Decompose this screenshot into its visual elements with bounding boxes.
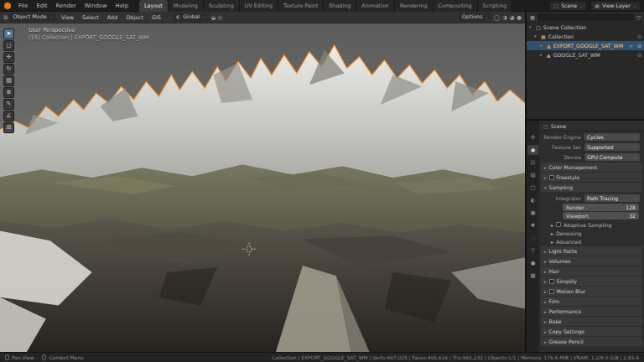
material-properties-tab-icon[interactable]: ● [527,258,538,268]
transform-tool-icon[interactable]: ⊕ [3,87,14,98]
blender-logo-icon[interactable] [4,3,11,9]
workspace-tab-shading[interactable]: Shading [324,0,356,12]
scene-selector[interactable]: ▢ Scene ⌄ [549,1,587,11]
move-tool-icon[interactable]: ✛ [3,52,14,63]
menu-edit[interactable]: Edit [32,0,51,12]
shading-material-icon[interactable]: ◕ [510,14,515,21]
section-performance[interactable]: ▸ Performance [541,307,642,316]
menu-file[interactable]: File [14,0,32,12]
section-label: Bake [549,318,562,324]
disclosure-triangle-icon[interactable]: ▾ [529,23,533,31]
outliner-row-scene-collection[interactable]: ▾ ▢ Scene Collection [527,23,644,32]
world-properties-tab-icon[interactable]: ◐ [527,195,538,205]
viewport-canvas[interactable]: User Perspective (15) Collection | EXPOR… [0,23,525,352]
adaptive-sampling-checkbox[interactable] [556,222,561,227]
menu-render[interactable]: Render [52,0,80,12]
subsection-advanced[interactable]: ▸ Advanced [539,237,644,246]
section-simplify[interactable]: ▸ Simplify [541,277,642,286]
disclosure-triangle-icon[interactable]: ▸ [540,42,544,49]
tool-properties-tab-icon[interactable]: ⚙ [527,132,538,142]
editor-type-icon[interactable]: ⊞ [3,14,8,21]
viewport-menu-gis[interactable]: GIS [148,12,164,23]
outliner-row-export-google-sat-wm[interactable]: ▸ ▲ EXPORT_GOOGLE_SAT_WM ∞ ⊙ [527,41,644,50]
section-motion-blur[interactable]: ▸ Motion Blur [541,287,642,296]
snap-magnet-icon[interactable]: ◒ [211,14,216,21]
viewport-menu-add[interactable]: Add [104,12,121,23]
scene-properties-tab-icon[interactable]: ▢ [527,183,538,193]
object-name-label: GOOGLE_SAT_WM [553,51,600,59]
view-layer-selector[interactable]: ▦ View Layer ⌄ [590,1,641,11]
viewport-menu-select[interactable]: Select [79,12,102,23]
section-sampling[interactable]: ▾ Sampling [541,183,642,192]
hide-in-viewport-eye-icon[interactable]: ⊙ [637,33,641,40]
samples-viewport-field[interactable]: Viewport 32 [563,212,639,220]
viewport-menu-object[interactable]: Object [122,12,147,23]
section-hair[interactable]: ▸ Hair [541,266,642,276]
shading-solid-icon[interactable]: ◑ [502,14,507,21]
cursor-tool-icon[interactable]: ◻ [3,40,14,51]
samples-render-field[interactable]: Render 128 [563,204,639,211]
feature-set-dropdown[interactable]: Supported ⌄ [584,143,640,151]
menu-help[interactable]: Help [112,0,133,12]
section-freestyle[interactable]: ▸ Freestyle [541,173,642,182]
rotate-tool-icon[interactable]: ↻ [3,64,14,75]
hide-in-viewport-eye-icon[interactable]: ⊙ [637,51,641,59]
menu-window[interactable]: Window [80,0,112,12]
workspace-tab-sculpting[interactable]: Sculpting [204,0,240,12]
section-film[interactable]: ▸ Film [541,297,642,306]
physics-properties-tab-icon[interactable]: ◌ [527,233,538,243]
workspace-tab-scripting[interactable]: Scripting [478,0,512,12]
modifier-properties-tab-icon[interactable]: ✱ [527,220,538,230]
section-light-paths[interactable]: ▸ Light Paths [541,246,642,256]
simplify-checkbox[interactable] [549,279,554,284]
feature-set-label: Feature Set [543,144,581,150]
texture-properties-tab-icon[interactable]: ▦ [527,271,538,281]
mode-dropdown[interactable]: Object Mode ⌄ [9,13,55,22]
transform-orientation-dropdown[interactable]: ◐ Global ⌄ [173,13,210,22]
shading-rendered-icon[interactable]: ● [517,14,522,21]
link-icon[interactable]: ∞ [629,42,633,49]
device-dropdown[interactable]: GPU Compute ⌄ [584,153,640,161]
integrator-dropdown[interactable]: Path Tracing ⌄ [584,194,640,202]
object-data-properties-tab-icon[interactable]: ▽ [527,246,538,256]
annotate-tool-icon[interactable]: ✎ [3,99,14,110]
output-properties-tab-icon[interactable]: ⊡ [527,158,538,168]
section-color-management[interactable]: ▸ Color Management [541,163,642,172]
render-engine-dropdown[interactable]: Cycles ⌄ [584,133,640,141]
disclosure-triangle-icon[interactable]: ▾ [534,33,538,40]
add-cube-tool-icon[interactable]: ⊞ [3,122,14,133]
section-copy-settings[interactable]: ▸ Copy Settings [541,327,642,336]
scale-tool-icon[interactable]: ▧ [3,75,14,86]
subsection-adaptive-sampling[interactable]: ▸ Adaptive Sampling [539,220,644,229]
outliner-search-input[interactable] [538,13,634,21]
outliner-editor-icon[interactable]: ▦ [530,14,535,20]
outliner-row-google-sat-wm[interactable]: ▸ ▲ GOOGLE_SAT_WM ⊙ [527,50,644,59]
freestyle-checkbox[interactable] [549,175,554,180]
workspace-tab-rendering[interactable]: Rendering [395,0,434,12]
proportional-editing-icon[interactable]: ◎ [217,14,222,21]
workspace-tab-modeling[interactable]: Modeling [169,0,204,12]
section-volumes[interactable]: ▸ Volumes [541,256,642,266]
section-grease-pencil[interactable]: ▸ Grease Pencil [541,337,642,346]
workspace-tab-uv-editing[interactable]: UV Editing [240,0,278,12]
render-properties-tab-icon[interactable]: ◉ [527,145,538,155]
select-tool-icon[interactable]: ➤ [3,28,14,39]
filter-funnel-icon[interactable]: ▽ [636,14,641,20]
workspace-tab-texture-paint[interactable]: Texture Paint [278,0,324,12]
section-label: Hair [549,268,560,274]
measure-tool-icon[interactable]: ∠ [3,111,14,122]
options-dropdown[interactable]: Options ⌄ [459,13,492,22]
workspace-tab-compositing[interactable]: Compositing [434,0,478,12]
view-layer-properties-tab-icon[interactable]: ▤ [527,170,538,180]
object-properties-tab-icon[interactable]: ▣ [527,208,538,218]
subsection-denoising[interactable]: ▸ Denoising [539,229,644,237]
hide-in-viewport-eye-icon[interactable]: ⊙ [637,42,641,49]
viewport-menu-view[interactable]: View [58,12,77,23]
outliner-row-collection[interactable]: ▾ ▦ Collection ⊙ [527,32,644,41]
disclosure-triangle-icon[interactable]: ▸ [540,51,544,59]
workspace-tab-animation[interactable]: Animation [356,0,395,12]
motion-blur-checkbox[interactable] [549,289,554,294]
workspace-tab-layout[interactable]: Layout [139,0,169,12]
shading-wireframe-icon[interactable]: ◯ [494,14,500,21]
section-bake[interactable]: ▸ Bake [541,317,642,326]
